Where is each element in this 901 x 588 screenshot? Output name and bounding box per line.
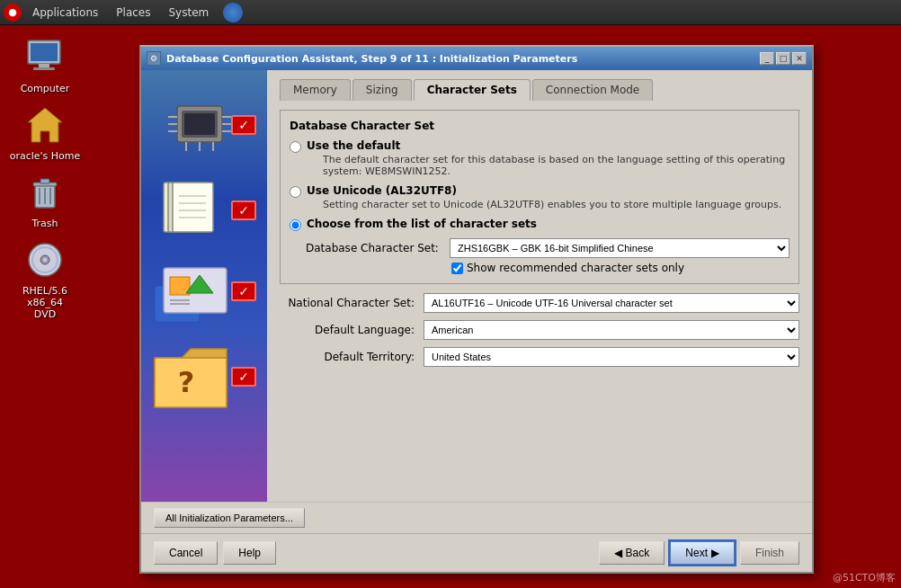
charset-section: Database Character Set Use the default T… bbox=[280, 110, 799, 284]
desktop-icons: Computer oracle's Home Trash bbox=[9, 36, 81, 320]
right-buttons: ◀ Back Next ▶ Finish bbox=[599, 541, 799, 565]
svg-text:?: ? bbox=[178, 365, 195, 399]
default-territory-select[interactable]: United States bbox=[424, 347, 799, 367]
national-charset-select[interactable]: AL16UTF16 – Unicode UTF-16 Universal cha… bbox=[424, 293, 799, 313]
back-arrow-icon: ◀ bbox=[614, 547, 622, 559]
rhel-logo: ● bbox=[4, 4, 22, 22]
left-buttons: Cancel Help bbox=[154, 541, 276, 565]
radio-use-unicode-desc: Setting character set to Unicode (AL32UT… bbox=[323, 199, 781, 210]
show-recommended-row[interactable]: Show recommended character sets only bbox=[451, 262, 789, 274]
taskbar: ● Applications Places System bbox=[0, 0, 901, 25]
radio-choose-list-label: Choose from the list of character sets bbox=[307, 218, 537, 230]
dialog-sidebar: ✓ ✓ ✓ bbox=[141, 70, 267, 502]
tab-character-sets[interactable]: Character Sets bbox=[414, 79, 531, 101]
oracle-home-icon-label: oracle's Home bbox=[10, 150, 81, 162]
step-check-2: ✓ bbox=[231, 200, 256, 220]
titlebar-icon: ⚙ bbox=[147, 51, 161, 66]
svg-rect-2 bbox=[39, 64, 49, 67]
tab-connection-mode[interactable]: Connection Mode bbox=[532, 79, 653, 101]
back-label: Back bbox=[626, 547, 650, 559]
svg-rect-17 bbox=[184, 113, 215, 135]
default-territory-label: Default Territory: bbox=[280, 351, 424, 363]
oracle-home-icon-img bbox=[23, 103, 67, 147]
next-button[interactable]: Next ▶ bbox=[670, 541, 735, 565]
svg-rect-7 bbox=[40, 179, 49, 183]
minimize-button[interactable]: _ bbox=[760, 52, 774, 65]
show-recommended-label: Show recommended character sets only bbox=[467, 262, 684, 274]
radio-use-default-input[interactable] bbox=[290, 141, 301, 153]
desktop-icon-dvd[interactable]: RHEL/5.6 x86_64 DVD bbox=[9, 238, 81, 320]
dialog-titlebar: ⚙ Database Configuration Assistant, Step… bbox=[141, 47, 812, 70]
radio-use-unicode[interactable]: Use Unicode (AL32UTF8) Setting character… bbox=[290, 184, 789, 210]
step-check-3: ✓ bbox=[231, 281, 256, 301]
applications-menu[interactable]: Applications bbox=[25, 4, 105, 21]
help-button[interactable]: Help bbox=[223, 541, 276, 565]
svg-rect-3 bbox=[33, 67, 55, 70]
db-charset-select[interactable]: ZHS16GBK – GBK 16-bit Simplified Chinese bbox=[450, 238, 789, 258]
dvd-icon-img bbox=[23, 238, 67, 281]
trash-icon-img bbox=[23, 171, 67, 214]
tab-memory[interactable]: Memory bbox=[280, 79, 351, 101]
cancel-button[interactable]: Cancel bbox=[154, 541, 218, 565]
svg-marker-4 bbox=[28, 108, 62, 142]
default-territory-row: Default Territory: United States bbox=[280, 347, 799, 367]
national-charset-label: National Character Set: bbox=[280, 297, 424, 309]
finish-button[interactable]: Finish bbox=[740, 541, 799, 565]
network-icon bbox=[223, 3, 243, 22]
step-check-4: ✓ bbox=[231, 367, 256, 387]
tab-bar: Memory Sizing Character Sets Connection … bbox=[280, 79, 799, 101]
step-check-1: ✓ bbox=[231, 115, 256, 135]
radio-use-unicode-label: Use Unicode (AL32UTF8) bbox=[307, 184, 457, 197]
radio-use-default[interactable]: Use the default The default character se… bbox=[290, 139, 789, 177]
next-label: Next bbox=[685, 547, 708, 559]
computer-icon-label: Computer bbox=[21, 83, 70, 94]
trash-icon-label: Trash bbox=[31, 218, 58, 229]
dialog-title: Database Configuration Assistant, Step 9… bbox=[166, 53, 577, 65]
show-recommended-checkbox[interactable] bbox=[451, 263, 463, 274]
section-title: Database Character Set bbox=[290, 120, 789, 132]
computer-icon-img bbox=[23, 36, 67, 79]
db-charset-row: Database Character Set: ZHS16GBK – GBK 1… bbox=[306, 238, 789, 258]
default-language-label: Default Language: bbox=[280, 324, 424, 336]
init-params-bar: All Initialization Parameters... bbox=[141, 502, 812, 533]
all-init-params-button[interactable]: All Initialization Parameters... bbox=[154, 508, 305, 528]
radio-use-default-label: Use the default bbox=[307, 139, 400, 152]
shapes-icon bbox=[150, 259, 231, 322]
svg-rect-29 bbox=[173, 183, 213, 232]
national-charset-row: National Character Set: AL16UTF16 – Unic… bbox=[280, 293, 799, 313]
radio-use-unicode-input[interactable] bbox=[290, 186, 301, 198]
radio-choose-list-input[interactable] bbox=[290, 219, 301, 231]
cpu-chip-icon bbox=[159, 97, 240, 151]
svg-rect-1 bbox=[31, 43, 58, 61]
documents-icon bbox=[150, 178, 231, 241]
titlebar-controls: _ □ ✕ bbox=[760, 52, 807, 65]
desktop-icon-computer[interactable]: Computer bbox=[9, 36, 81, 94]
places-menu[interactable]: Places bbox=[109, 4, 157, 21]
system-menu[interactable]: System bbox=[161, 4, 216, 21]
desktop-icon-oracle-home[interactable]: oracle's Home bbox=[9, 103, 81, 162]
default-language-select[interactable]: American bbox=[424, 320, 799, 340]
folder-question-icon: ? bbox=[150, 340, 231, 412]
default-language-row: Default Language: American bbox=[280, 320, 799, 340]
tab-sizing[interactable]: Sizing bbox=[352, 79, 412, 101]
close-button[interactable]: ✕ bbox=[792, 52, 807, 65]
back-button[interactable]: ◀ Back bbox=[599, 541, 665, 565]
dialog-content: Memory Sizing Character Sets Connection … bbox=[267, 70, 812, 502]
svg-point-13 bbox=[43, 258, 47, 262]
watermark: @51CTO博客 bbox=[833, 571, 896, 584]
radio-choose-list[interactable]: Choose from the list of character sets bbox=[290, 218, 789, 231]
next-arrow-icon: ▶ bbox=[711, 547, 719, 559]
dvd-icon-label: RHEL/5.6 x86_64 DVD bbox=[9, 285, 81, 320]
dialog-body: ✓ ✓ ✓ bbox=[141, 70, 812, 502]
dialog-nav-bar: Cancel Help ◀ Back Next ▶ Finish bbox=[141, 533, 812, 572]
dialog-window: ⚙ Database Configuration Assistant, Step… bbox=[139, 45, 814, 574]
db-charset-field-label: Database Character Set: bbox=[306, 242, 450, 254]
maximize-button[interactable]: □ bbox=[776, 52, 790, 65]
desktop-icon-trash[interactable]: Trash bbox=[9, 171, 81, 229]
radio-use-default-desc: The default character set for this datab… bbox=[323, 154, 789, 177]
